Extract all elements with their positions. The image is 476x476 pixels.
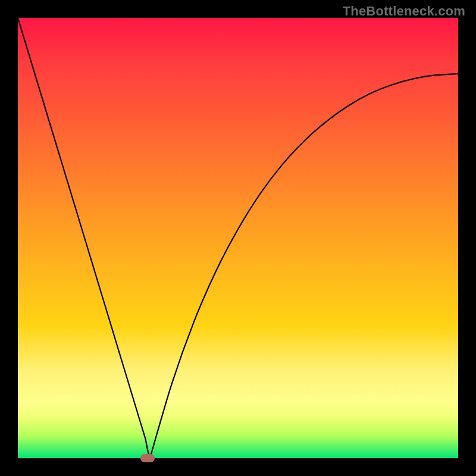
watermark-text: TheBottleneck.com: [343, 4, 465, 19]
curve-path: [18, 18, 458, 458]
plot-area: [18, 18, 458, 458]
chart-frame: TheBottleneck.com: [0, 0, 476, 476]
min-marker: [140, 454, 155, 462]
curve-svg: [18, 18, 458, 458]
